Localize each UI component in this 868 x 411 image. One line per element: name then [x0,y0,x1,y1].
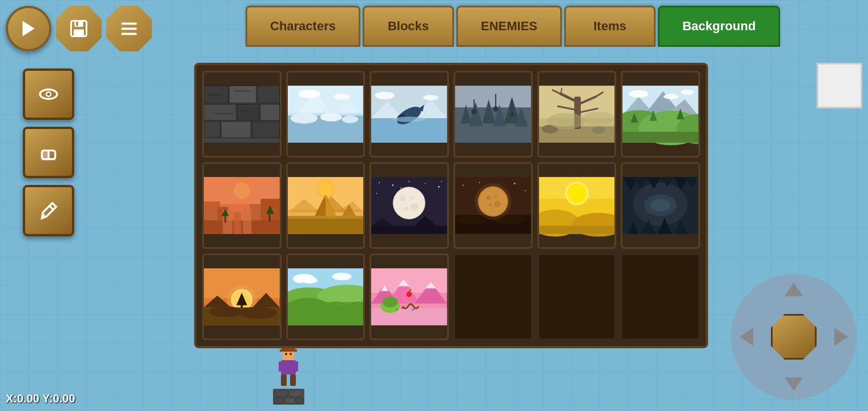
svg-rect-14 [260,104,280,120]
svg-point-121 [438,186,440,188]
svg-point-145 [463,185,464,186]
svg-point-72 [547,113,585,129]
svg-point-43 [423,95,439,100]
svg-rect-131 [371,226,447,234]
svg-rect-21 [242,110,252,112]
svg-point-29 [320,113,342,122]
svg-point-127 [400,196,405,201]
svg-rect-230 [281,374,287,386]
dpad-right[interactable] [834,328,848,346]
dpad-left[interactable] [740,328,753,346]
svg-point-234 [285,353,287,355]
bg-arctic-sea[interactable] [286,71,365,158]
bg-forest-silhouette[interactable] [453,71,533,158]
background-panel [194,63,708,348]
svg-point-56 [493,106,498,111]
tab-items[interactable]: Items [564,6,656,47]
bg-golden-sunset[interactable] [202,253,282,340]
svg-rect-18 [209,94,223,96]
svg-rect-4 [77,22,78,26]
dpad-up[interactable] [785,283,803,296]
svg-point-144 [475,183,511,220]
bg-dark-cave-forest[interactable] [621,162,700,249]
svg-point-235 [290,353,292,355]
svg-point-28 [290,113,317,124]
eye-tool-button[interactable] [23,68,74,120]
svg-point-99 [234,183,250,199]
tab-blocks[interactable]: Blocks [363,6,454,47]
bg-green-field[interactable] [286,253,365,340]
svg-rect-161 [539,177,615,234]
svg-point-41 [393,116,425,122]
svg-point-122 [376,193,377,194]
tab-bar: Characters Blocks ENEMIES Items Backgrou… [246,6,782,47]
svg-rect-5 [122,23,137,25]
svg-rect-11 [258,86,280,103]
svg-point-54 [471,109,476,114]
toolbar [6,6,152,51]
svg-rect-16 [221,122,251,138]
svg-point-124 [401,187,402,188]
bg-empty-1 [453,253,533,340]
svg-point-86 [629,90,649,98]
bg-brown-moon[interactable] [453,162,533,249]
play-button[interactable] [6,6,51,51]
svg-point-148 [525,190,526,191]
bg-pyramid-sunset[interactable] [286,162,365,249]
svg-rect-239 [274,398,284,404]
dpad [731,274,857,400]
svg-point-32 [333,94,349,100]
svg-rect-3 [74,30,84,36]
bg-yellow-sun[interactable] [537,162,617,249]
tab-characters[interactable]: Characters [246,6,360,47]
svg-rect-100 [224,216,226,222]
preview-panel [817,63,862,108]
svg-point-58 [510,112,515,117]
dpad-center[interactable] [771,314,817,360]
svg-point-207 [383,297,398,308]
svg-rect-240 [285,398,295,404]
svg-rect-10 [230,86,256,103]
svg-point-63 [592,126,605,134]
svg-point-120 [425,183,426,184]
svg-point-175 [651,199,670,212]
bg-candy-land[interactable] [369,253,449,340]
svg-rect-241 [296,398,303,404]
eraser-tool-button[interactable] [23,127,74,178]
menu-button[interactable] [106,6,152,51]
svg-point-123 [441,181,443,182]
bg-green-mountains[interactable] [621,71,700,158]
svg-point-31 [299,90,320,98]
pencil-tool-button[interactable] [23,185,74,236]
svg-rect-98 [243,208,251,234]
svg-point-146 [479,182,480,183]
svg-rect-13 [238,104,259,120]
svg-point-192 [301,277,317,283]
bg-stone[interactable] [202,71,282,158]
bg-arctic-whale[interactable] [369,71,449,158]
svg-point-128 [411,203,419,211]
background-grid [202,71,700,340]
save-button[interactable] [56,6,102,51]
svg-point-184 [209,307,242,317]
svg-marker-0 [23,21,35,37]
svg-rect-19 [234,90,250,92]
tab-background[interactable]: Background [658,6,780,47]
bg-dead-tree[interactable] [537,71,617,158]
svg-point-136 [458,216,485,224]
bg-moon-night[interactable] [369,162,449,249]
svg-point-218 [47,93,50,96]
svg-point-185 [239,307,277,319]
dpad-down[interactable] [785,377,803,391]
bg-empty-2 [537,253,617,340]
svg-point-119 [409,181,410,182]
bg-desert-canyon[interactable] [202,162,282,249]
coordinate-display: X:0.00 Y:0.00 [6,392,75,405]
svg-rect-82 [622,132,698,143]
svg-point-210 [407,292,412,297]
tab-enemies[interactable]: ENEMIES [456,6,562,47]
svg-rect-97 [234,212,241,234]
svg-rect-231 [290,374,296,386]
svg-point-126 [394,188,424,218]
svg-point-130 [411,196,414,199]
